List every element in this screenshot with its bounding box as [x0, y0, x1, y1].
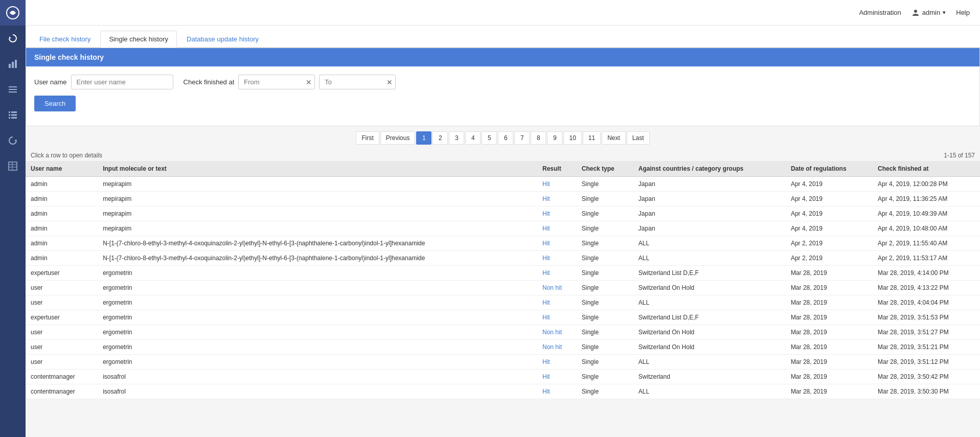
- table-cell: Hit: [537, 236, 577, 251]
- table-row[interactable]: userergometrinHitSingleALLMar 28, 2019Ma…: [26, 295, 980, 310]
- table-cell: Single: [577, 206, 633, 221]
- page-previous-button[interactable]: Previous: [380, 131, 416, 145]
- table-row[interactable]: adminmepirapimHitSingleJapanApr 4, 2019A…: [26, 177, 980, 192]
- table-cell: Single: [577, 251, 633, 266]
- table-cell: Mar 28, 2019: [786, 355, 873, 370]
- page-3-button[interactable]: 3: [449, 131, 464, 145]
- page-5-button[interactable]: 5: [482, 131, 497, 145]
- page-2-button[interactable]: 2: [432, 131, 448, 145]
- user-label: admin: [922, 9, 940, 16]
- page-last-button[interactable]: Last: [627, 131, 650, 145]
- table-cell: Apr 4, 2019: [786, 221, 873, 236]
- table-row[interactable]: expertuserergometrinHitSingleSwitzerland…: [26, 266, 980, 281]
- table-cell: ergometrin: [98, 355, 537, 370]
- page-first-button[interactable]: First: [356, 131, 379, 145]
- tab-file-check-history[interactable]: File check history: [31, 31, 99, 47]
- check-finished-label: Check finished at: [184, 78, 235, 86]
- table-cell: Mar 28, 2019: [786, 340, 873, 355]
- sidebar: [0, 0, 26, 437]
- table-row[interactable]: contentmanagerisosafrolHitSingleSwitzerl…: [26, 370, 980, 384]
- page-10-button[interactable]: 10: [563, 131, 581, 145]
- table-cell: Mar 28, 2019, 3:50:42 PM: [873, 370, 980, 384]
- table-cell: Apr 2, 2019: [786, 251, 873, 266]
- topbar-items: Administration admin ▾ Help: [859, 9, 970, 17]
- table-cell: Non hit: [537, 340, 577, 355]
- table-row[interactable]: adminmepirapimHitSingleJapanApr 4, 2019A…: [26, 221, 980, 236]
- table-cell: Single: [577, 281, 633, 295]
- tab-single-check-history[interactable]: Single check history: [100, 31, 177, 48]
- page-next-button[interactable]: Next: [602, 131, 626, 145]
- table-row[interactable]: userergometrinHitSingleALLMar 28, 2019Ma…: [26, 355, 980, 370]
- table-cell: admin: [26, 192, 98, 206]
- col-date-regulations: Date of regulations: [786, 161, 873, 177]
- page-6-button[interactable]: 6: [498, 131, 513, 145]
- table-cell: Hit: [537, 221, 577, 236]
- sidebar-item-reload[interactable]: [0, 128, 26, 153]
- page-7-button[interactable]: 7: [514, 131, 530, 145]
- click-hint: Click a row to open details: [31, 152, 102, 159]
- search-button[interactable]: Search: [34, 96, 76, 111]
- table-cell: Single: [577, 295, 633, 310]
- table-cell: Hit: [537, 251, 577, 266]
- table-row[interactable]: contentmanagerisosafrolHitSingleALLMar 2…: [26, 384, 980, 399]
- sidebar-item-list[interactable]: [0, 77, 26, 102]
- sidebar-item-refresh[interactable]: [0, 26, 26, 51]
- from-date-clear-icon[interactable]: ✕: [306, 78, 312, 86]
- table-cell: Switzerland On Hold: [633, 325, 786, 340]
- help-link[interactable]: Help: [956, 9, 970, 16]
- sidebar-logo: [0, 0, 26, 26]
- sidebar-item-chart[interactable]: [0, 51, 26, 77]
- table-row[interactable]: userergometrinNon hitSingleSwitzerland O…: [26, 325, 980, 340]
- table-cell: ergometrin: [98, 310, 537, 325]
- col-check-type: Check type: [577, 161, 633, 177]
- table-row[interactable]: userergometrinNon hitSingleSwitzerland O…: [26, 281, 980, 295]
- table-row[interactable]: adminmepirapimHitSingleJapanApr 4, 2019A…: [26, 192, 980, 206]
- svg-rect-3: [12, 62, 14, 68]
- table-row[interactable]: adminmepirapimHitSingleJapanApr 4, 2019A…: [26, 206, 980, 221]
- to-date-input[interactable]: [319, 75, 396, 89]
- table-row[interactable]: adminN-[1-(7-chloro-8-ethyl-3-methyl-4-o…: [26, 251, 980, 266]
- table-cell: ALL: [633, 236, 786, 251]
- check-finished-group: Check finished at ✕ ✕: [184, 75, 396, 89]
- page-9-button[interactable]: 9: [547, 131, 562, 145]
- from-date-input[interactable]: [238, 75, 315, 89]
- table-cell: Hit: [537, 266, 577, 281]
- svg-rect-12: [9, 117, 10, 119]
- svg-rect-11: [11, 114, 17, 116]
- list2-icon: [8, 110, 18, 120]
- table-cell: Japan: [633, 177, 786, 192]
- table-header-row: User name Input molecule or text Result …: [26, 161, 980, 177]
- table-cell: Hit: [537, 310, 577, 325]
- tab-database-update-history[interactable]: Database update history: [178, 31, 267, 47]
- table-cell: Japan: [633, 221, 786, 236]
- sidebar-item-list2[interactable]: [0, 102, 26, 128]
- sidebar-item-table[interactable]: [0, 153, 26, 179]
- table-cell: ALL: [633, 295, 786, 310]
- page-11-button[interactable]: 11: [583, 131, 601, 145]
- table-row[interactable]: userergometrinNon hitSingleSwitzerland O…: [26, 340, 980, 355]
- table-cell: Mar 28, 2019: [786, 295, 873, 310]
- user-menu[interactable]: admin ▾: [911, 9, 946, 17]
- table-row[interactable]: expertuserergometrinHitSingleSwitzerland…: [26, 310, 980, 325]
- administration-link[interactable]: Administration: [859, 9, 901, 16]
- table-cell: mepirapim: [98, 192, 537, 206]
- table-cell: contentmanager: [26, 384, 98, 399]
- table-cell: N-[1-(7-chloro-8-ethyl-3-methyl-4-oxoqui…: [98, 236, 537, 251]
- svg-rect-2: [9, 64, 11, 68]
- svg-rect-15: [9, 162, 17, 170]
- page-4-button[interactable]: 4: [465, 131, 481, 145]
- col-result: Result: [537, 161, 577, 177]
- user-icon: [911, 9, 920, 17]
- svg-point-19: [914, 10, 917, 13]
- to-date-clear-icon[interactable]: ✕: [386, 78, 393, 86]
- table-cell: Apr 4, 2019, 10:49:39 AM: [873, 206, 980, 221]
- table-cell: Single: [577, 221, 633, 236]
- table-cell: ergometrin: [98, 340, 537, 355]
- user-name-input[interactable]: [71, 75, 173, 89]
- table-row[interactable]: adminN-[1-(7-chloro-8-ethyl-3-methyl-4-o…: [26, 236, 980, 251]
- table-cell: Non hit: [537, 281, 577, 295]
- page-8-button[interactable]: 8: [531, 131, 546, 145]
- svg-marker-1: [9, 36, 11, 38]
- page-1-button[interactable]: 1: [416, 131, 431, 145]
- table-cell: Mar 28, 2019: [786, 266, 873, 281]
